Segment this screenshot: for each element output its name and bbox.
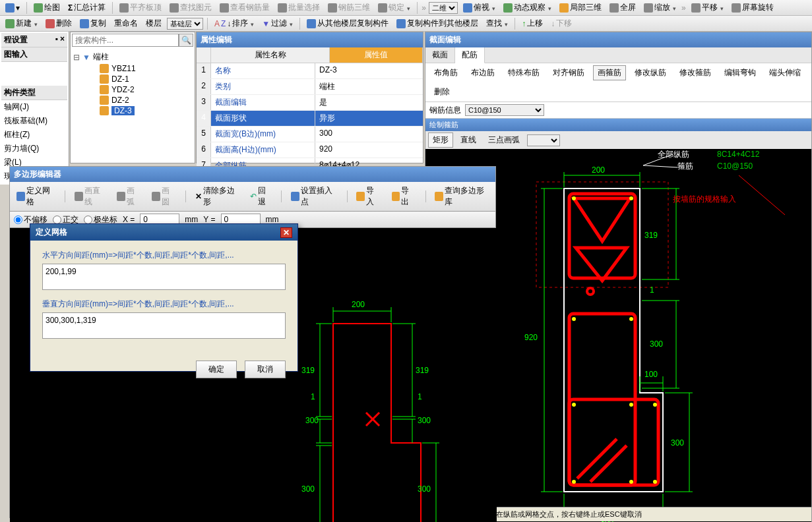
grid-dialog: 定义网格 ✕ 水平方向间距(mm)=>间距*个数,间距,间距*个数,间距,...… <box>30 223 298 372</box>
batch-sel-button[interactable]: 批量选择 <box>275 1 323 14</box>
copy-from-button[interactable]: 从其他楼层复制构件 <box>304 16 391 30</box>
fullscreen-button[interactable]: 全屏 <box>607 1 639 14</box>
prop-row[interactable]: 4截面形状异形 <box>197 111 423 127</box>
import-button[interactable]: 导入 <box>354 184 383 209</box>
up-button[interactable]: ↑上移 <box>519 16 546 30</box>
rect-tool[interactable]: 矩形 <box>428 132 453 148</box>
rotate-button[interactable]: 屏幕旋转 <box>729 1 776 14</box>
tree-root[interactable]: ⊟▼端柱 <box>73 51 192 63</box>
down-button[interactable]: ↓下移 <box>548 16 575 30</box>
query-lib-button[interactable]: 查询多边形库 <box>432 184 491 209</box>
arc-select[interactable] <box>527 134 560 146</box>
h-spacing-input[interactable] <box>42 264 286 290</box>
svg-point-9 <box>572 317 576 321</box>
close-icon[interactable]: ✕ <box>280 227 292 238</box>
clear-poly-button[interactable]: ✕清除多边形 <box>193 184 242 209</box>
prop-row[interactable]: 6截面高(H边)(mm)920 <box>197 142 423 158</box>
foundation-item[interactable]: 筏板基础(M) <box>1 114 67 128</box>
prop-row[interactable]: 1名称DZ-3 <box>197 63 423 79</box>
tree-item[interactable]: YBZ11 <box>73 63 192 74</box>
corner-rebar-button[interactable]: 布角筋 <box>429 65 462 80</box>
tab-rebar[interactable]: 配筋 <box>455 47 485 63</box>
v-spacing-input[interactable] <box>42 312 286 339</box>
mod-stirrup-button[interactable]: 修改箍筋 <box>675 65 716 80</box>
tab-section[interactable]: 截面 <box>425 47 455 63</box>
tree-item[interactable]: DZ-1 <box>73 74 192 84</box>
delete-button[interactable]: 删除 <box>43 16 75 30</box>
svg-point-12 <box>629 403 633 407</box>
property-title: 属性编辑 <box>197 32 423 47</box>
rebar-info-select[interactable]: C10@150 <box>465 104 544 116</box>
svg-text:8C14+4C12: 8C14+4C12 <box>717 150 760 159</box>
tree-item[interactable]: YDZ-2 <box>73 84 192 95</box>
svg-text:按墙筋的规格输入: 按墙筋的规格输入 <box>673 194 736 204</box>
svg-line-52 <box>643 165 677 167</box>
mm-label-2: mm <box>266 215 279 224</box>
svg-text:箍筋: 箍筋 <box>677 161 693 171</box>
export-button[interactable]: 导出 <box>389 184 419 209</box>
draw-arc-button[interactable]: 画弧 <box>114 184 144 209</box>
sigma-button[interactable]: Σ 汇总计算 <box>65 1 108 14</box>
edit-hook-button[interactable]: 编辑弯钩 <box>720 65 761 80</box>
left-panel: 程设置▪ × 图输入 构件类型 轴网(J) 筏板基础(M) 框柱(Z) 剪力墙(… <box>0 32 69 185</box>
sort-button[interactable]: AZ↓排序 <box>212 16 257 30</box>
mod-vert-button[interactable]: 修改纵筋 <box>630 65 671 80</box>
svg-text:300: 300 <box>305 416 319 425</box>
view-mode-select[interactable]: 二维 <box>429 2 458 14</box>
draw-stirrup-button[interactable]: 画箍筋 <box>593 65 626 80</box>
end-extend-button[interactable]: 端头伸缩 <box>765 65 805 80</box>
view-rebar-button[interactable]: 查看钢筋量 <box>217 1 272 14</box>
zoom-button[interactable]: 缩放 <box>641 1 679 14</box>
proc-setting-tab[interactable]: 程设置▪ × <box>1 33 67 47</box>
delete-rebar-button[interactable]: 删除 <box>429 84 454 100</box>
svg-text:319: 319 <box>644 231 658 240</box>
draw-circle-button[interactable]: 画圆 <box>149 184 179 209</box>
draw-button[interactable]: 绘图 <box>31 1 63 14</box>
filter-button[interactable]: ▼过滤 <box>259 16 296 30</box>
draw-line-button[interactable]: 画直线 <box>72 184 109 209</box>
prop-row[interactable]: 3截面编辑是 <box>197 95 423 111</box>
pan-button[interactable]: 平移 <box>689 1 726 14</box>
line-tool[interactable]: 直线 <box>456 132 481 148</box>
floor-select[interactable]: 基础层 <box>167 18 203 30</box>
draw-input-tab[interactable]: 图输入 <box>1 47 67 62</box>
tree-item[interactable]: DZ-2 <box>73 95 192 105</box>
find-button[interactable]: 查找 <box>484 16 511 30</box>
axis-item[interactable]: 轴网(J) <box>1 100 67 114</box>
prop-row[interactable]: 5截面宽(B边)(mm)300 <box>197 127 423 142</box>
svg-text:1: 1 <box>311 392 315 401</box>
y-label: Y = <box>203 215 215 224</box>
find-el-button[interactable]: 查找图元 <box>167 1 214 14</box>
component-tree-panel: 🔍 ⊟▼端柱 YBZ11 DZ-1 YDZ-2 DZ-2 DZ-3 <box>70 32 195 163</box>
search-input[interactable] <box>72 34 179 47</box>
local3d-button[interactable]: 局部三维 <box>557 1 604 14</box>
main-toolbar-1: ▾ 绘图 Σ 汇总计算 平齐板顶 查找图元 查看钢筋量 批量选择 钢筋三维 锁定… <box>0 0 812 16</box>
cancel-button[interactable]: 取消 <box>245 361 286 378</box>
flat-button[interactable]: 平齐板顶 <box>117 1 164 14</box>
special-rebar-button[interactable]: 特殊布筋 <box>503 65 544 80</box>
lock-button[interactable]: 锁定 <box>375 1 413 14</box>
arc-tool[interactable]: 三点画弧 <box>484 132 524 148</box>
define-grid-button[interactable]: 定义网格 <box>14 184 58 209</box>
search-button[interactable]: 🔍 <box>179 34 193 47</box>
undo-button[interactable]: ▾ <box>3 2 22 14</box>
tree-item-selected[interactable]: DZ-3 <box>73 105 192 116</box>
topview-button[interactable]: 俯视 <box>460 1 498 14</box>
prop-row[interactable]: 2类别端柱 <box>197 79 423 95</box>
svg-text:1: 1 <box>418 392 422 401</box>
shearwall-item[interactable]: 剪力墙(Q) <box>1 142 67 156</box>
dynamic-button[interactable]: 动态观察 <box>501 1 554 14</box>
new-button[interactable]: 新建 <box>3 16 40 30</box>
align-rebar-button[interactable]: 对齐钢筋 <box>548 65 589 80</box>
svg-point-13 <box>653 403 657 407</box>
framecol-item[interactable]: 框柱(Z) <box>1 128 67 142</box>
edge-rebar-button[interactable]: 布边筋 <box>466 65 499 80</box>
ok-button[interactable]: 确定 <box>196 361 237 378</box>
undo-poly-button[interactable]: ↶回退 <box>247 184 274 209</box>
rebar-3d-button[interactable]: 钢筋三维 <box>325 1 373 14</box>
prop-header-name: 属性名称 <box>211 47 330 63</box>
rename-button[interactable]: 重命名 <box>111 16 141 30</box>
copy-to-button[interactable]: 复制构件到其他楼层 <box>394 16 481 30</box>
copy-button[interactable]: 复制 <box>77 16 109 30</box>
set-insert-button[interactable]: 设置插入点 <box>288 184 340 209</box>
